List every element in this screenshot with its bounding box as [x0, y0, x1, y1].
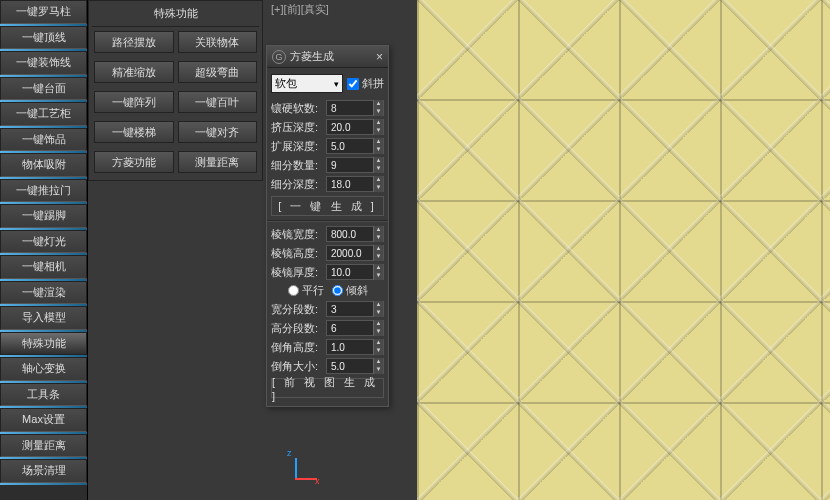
panel-btn-0-1[interactable]: 关联物体 — [178, 31, 258, 53]
panel-btn-3-0[interactable]: 一键楼梯 — [94, 121, 174, 143]
spinner-up-icon[interactable]: ▲ — [373, 245, 383, 253]
sidebar-item-11[interactable]: 一键渲染 — [0, 281, 87, 305]
panel-btn-4-0[interactable]: 方菱功能 — [94, 151, 174, 173]
spinner-up-icon[interactable]: ▲ — [373, 176, 383, 184]
sidebar-item-15[interactable]: 工具条 — [0, 383, 87, 407]
spinner-down-icon[interactable]: ▼ — [373, 165, 383, 173]
spinner-up-icon[interactable]: ▲ — [373, 320, 383, 328]
viewport[interactable]: [+][前][真实] zx G 方菱生成 × 软包▾ 斜拼 — [263, 0, 830, 500]
spinner-up-icon[interactable]: ▲ — [373, 157, 383, 165]
spinner-down-icon[interactable]: ▼ — [373, 184, 383, 192]
p1-label-1: 挤压深度: — [271, 120, 323, 135]
close-icon[interactable]: × — [376, 50, 383, 64]
spinner-up-icon[interactable]: ▲ — [373, 100, 383, 108]
sidebar-item-0[interactable]: 一键罗马柱 — [0, 0, 87, 24]
spinner-down-icon[interactable]: ▼ — [373, 253, 383, 261]
p2-label-0: 棱镜宽度: — [271, 227, 323, 242]
p1-spinner-2[interactable]: 5.0▲▼ — [326, 138, 384, 154]
sidebar-item-4[interactable]: 一键工艺柜 — [0, 102, 87, 126]
p1-spinner-0[interactable]: 8▲▼ — [326, 100, 384, 116]
sidebar-item-14[interactable]: 轴心变换 — [0, 357, 87, 381]
spinner-up-icon[interactable]: ▲ — [373, 358, 383, 366]
spinner-down-icon[interactable]: ▼ — [373, 366, 383, 374]
spinner-down-icon[interactable]: ▼ — [373, 127, 383, 135]
sidebar-item-5[interactable]: 一键饰品 — [0, 128, 87, 152]
sidebar-item-16[interactable]: Max设置 — [0, 408, 87, 432]
p1-spinner-3[interactable]: 9▲▼ — [326, 157, 384, 173]
sidebar-item-6[interactable]: 物体吸附 — [0, 153, 87, 177]
spinner-down-icon[interactable]: ▼ — [373, 108, 383, 116]
sidebar-item-2[interactable]: 一键装饰线 — [0, 51, 87, 75]
spinner-up-icon[interactable]: ▲ — [373, 119, 383, 127]
sidebar-item-7[interactable]: 一键推拉门 — [0, 179, 87, 203]
spinner-down-icon[interactable]: ▼ — [373, 146, 383, 154]
viewport-label[interactable]: [+][前][真实] — [263, 0, 337, 19]
spinner-down-icon[interactable]: ▼ — [373, 234, 383, 242]
spinner-up-icon[interactable]: ▲ — [373, 264, 383, 272]
p2-label-2: 棱镜厚度: — [271, 265, 323, 280]
spinner-up-icon[interactable]: ▲ — [373, 226, 383, 234]
window-title: 方菱生成 — [290, 49, 334, 64]
viewport-geometry[interactable] — [417, 0, 830, 500]
spinner-up-icon[interactable]: ▲ — [373, 138, 383, 146]
generate-front-button[interactable]: [ 前 视 图 生 成 ] — [271, 378, 384, 398]
spinner-up-icon[interactable]: ▲ — [373, 301, 383, 309]
panel-btn-3-1[interactable]: 一键对齐 — [178, 121, 258, 143]
p3-label-3: 倒角大小: — [271, 359, 323, 374]
p1-label-4: 细分深度: — [271, 177, 323, 192]
p2-label-1: 棱镜高度: — [271, 246, 323, 261]
panel-btn-2-0[interactable]: 一键阵列 — [94, 91, 174, 113]
p3-spinner-3[interactable]: 5.0▲▼ — [326, 358, 384, 374]
p1-label-2: 扩展深度: — [271, 139, 323, 154]
p3-spinner-1[interactable]: 6▲▼ — [326, 320, 384, 336]
p2-spinner-2[interactable]: 10.0▲▼ — [326, 264, 384, 280]
sidebar-item-9[interactable]: 一键灯光 — [0, 230, 87, 254]
sidebar-item-12[interactable]: 导入模型 — [0, 306, 87, 330]
sidebar-item-17[interactable]: 测量距离 — [0, 434, 87, 458]
spinner-down-icon[interactable]: ▼ — [373, 309, 383, 317]
panel-title: 特殊功能 — [92, 4, 259, 27]
p1-spinner-1[interactable]: 20.0▲▼ — [326, 119, 384, 135]
window-icon: G — [272, 50, 286, 64]
p3-label-0: 宽分段数: — [271, 302, 323, 317]
spinner-down-icon[interactable]: ▼ — [373, 272, 383, 280]
panel-btn-2-1[interactable]: 一键百叶 — [178, 91, 258, 113]
p2-spinner-0[interactable]: 800.0▲▼ — [326, 226, 384, 242]
chevron-down-icon: ▾ — [334, 79, 339, 89]
type-select[interactable]: 软包▾ — [271, 74, 343, 93]
panel-btn-4-1[interactable]: 测量距离 — [178, 151, 258, 173]
sidebar-item-10[interactable]: 一键相机 — [0, 255, 87, 279]
diamond-gen-window: G 方菱生成 × 软包▾ 斜拼 镶硬软数:8▲▼挤压深度:20.0▲▼扩展深度:… — [266, 45, 389, 407]
p3-label-2: 倒角高度: — [271, 340, 323, 355]
panel-btn-1-1[interactable]: 超级弯曲 — [178, 61, 258, 83]
axis-gizmo: zx — [277, 448, 317, 488]
spinner-down-icon[interactable]: ▼ — [373, 347, 383, 355]
diagonal-checkbox[interactable]: 斜拼 — [347, 76, 384, 91]
panel-btn-0-0[interactable]: 路径摆放 — [94, 31, 174, 53]
spinner-down-icon[interactable]: ▼ — [373, 328, 383, 336]
spinner-up-icon[interactable]: ▲ — [373, 339, 383, 347]
sidebar-item-18[interactable]: 场景清理 — [0, 459, 87, 483]
orientation-radio[interactable]: 平行 倾斜 — [271, 283, 384, 298]
sidebar-item-3[interactable]: 一键台面 — [0, 77, 87, 101]
sidebar-item-1[interactable]: 一键顶线 — [0, 26, 87, 50]
window-titlebar[interactable]: G 方菱生成 × — [267, 46, 388, 68]
p3-label-1: 高分段数: — [271, 321, 323, 336]
p1-label-0: 镶硬软数: — [271, 101, 323, 116]
p1-label-3: 细分数量: — [271, 158, 323, 173]
p3-spinner-0[interactable]: 3▲▼ — [326, 301, 384, 317]
special-function-panel: 特殊功能 路径摆放关联物体精准缩放超级弯曲一键阵列一键百叶一键楼梯一键对齐方菱功… — [88, 0, 263, 181]
panel-btn-1-0[interactable]: 精准缩放 — [94, 61, 174, 83]
generate-button[interactable]: [ 一 键 生 成 ] — [271, 196, 384, 216]
sidebar-item-8[interactable]: 一键踢脚 — [0, 204, 87, 228]
p1-spinner-4[interactable]: 18.0▲▼ — [326, 176, 384, 192]
sidebar-item-13[interactable]: 特殊功能 — [0, 332, 87, 356]
p2-spinner-1[interactable]: 2000.0▲▼ — [326, 245, 384, 261]
p3-spinner-2[interactable]: 1.0▲▼ — [326, 339, 384, 355]
